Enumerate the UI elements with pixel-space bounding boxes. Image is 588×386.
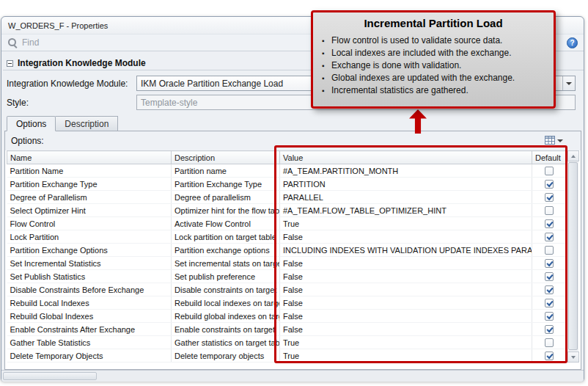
tab-options[interactable]: Options: [7, 116, 56, 131]
cell-name: Flow Control: [7, 217, 172, 230]
cell-name: Partition Name: [7, 164, 172, 178]
callout-bullet: Exchange is done with validation.: [322, 59, 545, 72]
cell-description: Partition exchange options: [172, 244, 280, 257]
cell-description: Rebuild local indexes on target: [172, 296, 280, 310]
column-header-description[interactable]: Description: [172, 151, 280, 164]
cell-description: Set publish preference: [172, 270, 280, 283]
cell-description: Enable constraints on target: [172, 323, 280, 336]
callout-title: Incremental Partition Load: [322, 17, 545, 29]
cell-description: Activate Flow Control: [172, 217, 280, 230]
annotation-callout: Incremental Partition Load Flow control …: [311, 10, 556, 109]
cell-description: Degree of parallelism: [172, 191, 280, 204]
cell-name: Select Optimizer Hint: [7, 204, 172, 217]
cell-name: Partition Exchange Options: [7, 244, 172, 257]
cell-name: Disable Constraints Before Exchange: [7, 283, 172, 296]
cell-description: Rebuild global indexes on target: [172, 310, 280, 323]
cell-name: Lock Partition: [7, 230, 172, 244]
help-button[interactable]: ?: [567, 37, 578, 48]
collapse-icon[interactable]: [7, 60, 13, 67]
cell-description: Set incremental stats on target: [172, 257, 280, 270]
scroll-up-icon[interactable]: [567, 150, 579, 161]
hscrollbar-thumb[interactable]: [3, 372, 97, 380]
cell-name: Rebuild Global Indexes: [7, 310, 172, 323]
chevron-down-icon[interactable]: [562, 76, 575, 90]
window-title: W_ORDERS_F - Properties: [8, 21, 108, 30]
callout-bullet: Incremental statistics are gathered.: [322, 84, 545, 97]
column-header-name[interactable]: Name: [7, 151, 172, 164]
callout-bullet: Flow control is used to validate source …: [322, 34, 545, 47]
cell-description: Disable constraints on target: [172, 283, 280, 296]
style-label: Style:: [7, 98, 29, 108]
tab-bar: Options Description: [7, 116, 118, 131]
cell-name: Rebuild Local Indexes: [7, 296, 172, 310]
tab-description[interactable]: Description: [56, 116, 118, 131]
section-title: Integration Knowledge Module: [18, 58, 146, 68]
style-field-row: Style:: [7, 95, 29, 111]
vscrollbar-thumb[interactable]: [568, 162, 578, 350]
callout-bullets: Flow control is used to validate source …: [322, 34, 545, 97]
cell-name: Delete Temporary Objects: [7, 349, 172, 363]
cell-name: Set Incremental Statistics: [7, 257, 172, 270]
screen: W_ORDERS_F - Properties ? Integration Kn…: [0, 0, 588, 386]
cell-description: Delete temporary objects: [172, 349, 280, 363]
cell-name: Gather Table Statistics: [7, 336, 172, 349]
scroll-down-icon[interactable]: [567, 352, 579, 363]
cell-description: Partition name: [172, 164, 280, 178]
cell-name: Degree of Parallelism: [7, 191, 172, 204]
cell-name: Partition Exchange Type: [7, 178, 172, 191]
ikm-label: Integration Knowledge Module:: [7, 79, 128, 89]
cell-name: Set Publish Statistics: [7, 270, 172, 283]
chevron-down-icon: [557, 139, 563, 142]
callout-bullet: Global indexes are updated with the exch…: [322, 72, 545, 84]
options-panel-label: Options:: [11, 136, 44, 146]
cell-description: Partition Exchange Type: [172, 178, 280, 191]
cell-description: Gather statistics on target table: [172, 336, 280, 349]
cell-name: Enable Constraints After Exchange: [7, 323, 172, 336]
section-header: Integration Knowledge Module: [7, 57, 146, 70]
callout-bullet: Local indexes are included with the exch…: [322, 47, 545, 59]
cell-description: Lock partition on target table: [172, 230, 280, 244]
ikm-field-row: Integration Knowledge Module:: [7, 76, 128, 92]
search-icon: [7, 37, 18, 48]
vertical-scrollbar[interactable]: [567, 150, 578, 363]
horizontal-scrollbar[interactable]: [1, 370, 584, 382]
cell-description: Optimizer hint for the flow table: [172, 204, 280, 217]
annotation-highlight-box: [274, 145, 567, 363]
